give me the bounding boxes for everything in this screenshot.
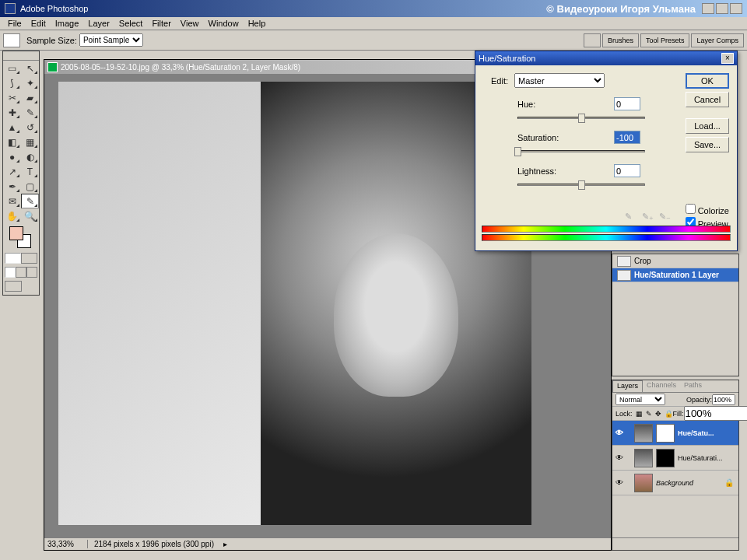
opacity-field[interactable] (712, 394, 735, 405)
magic-wand-tool-icon[interactable]: ✦ (21, 75, 39, 90)
dialog-title-bar[interactable]: Hue/Saturation × (475, 51, 737, 65)
visibility-icon[interactable]: 👁 (614, 453, 625, 462)
history-brush-tool-icon[interactable]: ↺ (21, 120, 39, 135)
blend-mode-select[interactable]: Normal (615, 394, 665, 405)
saturation-slider-thumb[interactable] (514, 147, 521, 156)
fill-field[interactable] (684, 406, 747, 421)
palette-brushes[interactable]: Brushes (602, 33, 639, 47)
tab-layers[interactable]: Layers (612, 380, 643, 392)
screen-standard-icon[interactable] (5, 267, 16, 278)
maximize-button[interactable] (716, 3, 728, 14)
lock-all-icon[interactable]: 🔒 (665, 410, 673, 418)
shape-tool-icon[interactable]: ▢ (21, 179, 39, 194)
menu-help[interactable]: Help (244, 19, 271, 28)
tab-channels[interactable]: Channels (643, 380, 680, 392)
info-dropdown-icon[interactable]: ▸ (223, 540, 227, 548)
menu-view[interactable]: View (176, 19, 204, 28)
layer-item-background[interactable]: 👁 Background 🔒 (612, 471, 738, 495)
dialog-close-button[interactable]: × (721, 53, 734, 64)
close-button[interactable] (730, 3, 742, 14)
hue-slider[interactable] (517, 114, 645, 123)
menu-select[interactable]: Select (114, 19, 148, 28)
zoom-field[interactable]: 33,33% (44, 540, 88, 548)
marquee-tool-icon[interactable]: ▭ (3, 61, 21, 75)
lock-pixels-icon[interactable]: ✎ (646, 410, 652, 418)
layer-thumbnail[interactable] (634, 424, 653, 443)
layer-item[interactable]: 👁 Hue/Satu... (612, 421, 738, 446)
slice-tool-icon[interactable]: ▰ (21, 90, 39, 105)
menu-file[interactable]: File (3, 19, 26, 28)
layer-thumbnail[interactable] (634, 474, 653, 492)
menu-filter[interactable]: Filter (147, 19, 175, 28)
layer-item[interactable]: 👁 Hue/Saturati... (612, 446, 738, 471)
history-item-huesat[interactable]: Hue/Saturation 1 Layer (612, 268, 738, 282)
saturation-slider[interactable] (517, 147, 645, 156)
lasso-tool-icon[interactable]: ⟆ (3, 75, 21, 90)
window-controls (702, 3, 742, 14)
lock-position-icon[interactable]: ✥ (655, 410, 661, 418)
cancel-button[interactable]: Cancel (686, 92, 729, 107)
quickmask-mode-icon[interactable] (21, 253, 37, 264)
palette-layer-comps[interactable]: Layer Comps (691, 33, 744, 47)
stamp-tool-icon[interactable]: ▲ (3, 120, 21, 135)
palette-handle[interactable] (3, 53, 39, 61)
hue-slider-thumb[interactable] (578, 114, 585, 123)
blur-tool-icon[interactable]: ● (3, 149, 21, 164)
ok-button[interactable]: OK (686, 73, 729, 89)
eyedropper-icon[interactable]: ✎ (625, 212, 639, 224)
eyedropper-tool-icon[interactable]: ✎ (21, 194, 39, 208)
lightness-slider-thumb[interactable] (578, 180, 585, 190)
path-select-tool-icon[interactable]: ↗ (3, 164, 21, 179)
foreground-color-swatch[interactable] (9, 226, 23, 240)
document-info[interactable]: 2184 pixels x 1996 pixels (300 ppi) (88, 540, 220, 548)
palette-toggle-icon[interactable] (584, 33, 601, 47)
colorize-checkbox[interactable]: Colorize (686, 204, 729, 215)
jump-to-imageready-icon[interactable] (5, 281, 22, 292)
menu-layer[interactable]: Layer (83, 19, 114, 28)
layer-mask-thumbnail[interactable] (656, 449, 675, 467)
lightness-slider[interactable] (517, 180, 645, 190)
hue-field[interactable] (614, 97, 640, 110)
sample-size-select[interactable]: Point Sample (79, 33, 143, 47)
healing-tool-icon[interactable]: ✚ (3, 105, 21, 120)
tab-paths[interactable]: Paths (680, 380, 706, 392)
screen-full-icon[interactable] (26, 267, 37, 278)
layer-name[interactable]: Background (654, 479, 724, 487)
menu-image[interactable]: Image (51, 19, 84, 28)
layers-panel-buttons[interactable] (612, 537, 738, 550)
history-item-crop[interactable]: Crop (612, 254, 738, 268)
layer-name[interactable]: Hue/Saturati... (676, 454, 737, 462)
gradient-tool-icon[interactable]: ▦ (21, 135, 39, 149)
eraser-tool-icon[interactable]: ◧ (3, 135, 21, 149)
brush-tool-icon[interactable]: ✎ (21, 105, 39, 120)
eyedropper-subtract-icon[interactable]: ✎₋ (659, 212, 673, 224)
standard-mode-icon[interactable] (5, 253, 21, 264)
pen-tool-icon[interactable]: ✒ (3, 179, 21, 194)
menu-edit[interactable]: Edit (26, 19, 51, 28)
type-tool-icon[interactable]: T (21, 164, 39, 179)
lightness-field[interactable] (614, 164, 640, 177)
eyedropper-add-icon[interactable]: ✎₊ (642, 212, 656, 224)
visibility-icon[interactable]: 👁 (614, 478, 625, 487)
edit-select[interactable]: Master (514, 73, 605, 88)
layer-name[interactable]: Hue/Satu... (676, 429, 737, 437)
menu-window[interactable]: Window (204, 19, 244, 28)
move-tool-icon[interactable]: ↖ (21, 61, 39, 75)
notes-tool-icon[interactable]: ✉ (3, 194, 21, 208)
dodge-tool-icon[interactable]: ◐ (21, 149, 39, 164)
saturation-field[interactable] (614, 131, 640, 144)
lock-transparency-icon[interactable]: ▦ (636, 410, 643, 418)
minimize-button[interactable] (702, 3, 714, 14)
crop-tool-icon[interactable]: ✂ (3, 90, 21, 105)
visibility-icon[interactable]: 👁 (614, 429, 625, 437)
save-button[interactable]: Save... (686, 137, 729, 152)
hand-tool-icon[interactable]: ✋ (3, 208, 21, 223)
canvas[interactable] (58, 82, 531, 525)
layer-mask-thumbnail[interactable] (656, 424, 675, 443)
load-button[interactable]: Load... (686, 118, 729, 134)
current-tool-icon[interactable] (3, 33, 20, 47)
layer-thumbnail[interactable] (634, 449, 653, 467)
palette-tool-presets[interactable]: Tool Presets (640, 33, 690, 47)
screen-fullmenu-icon[interactable] (16, 267, 26, 278)
zoom-tool-icon[interactable]: 🔍 (21, 208, 39, 223)
